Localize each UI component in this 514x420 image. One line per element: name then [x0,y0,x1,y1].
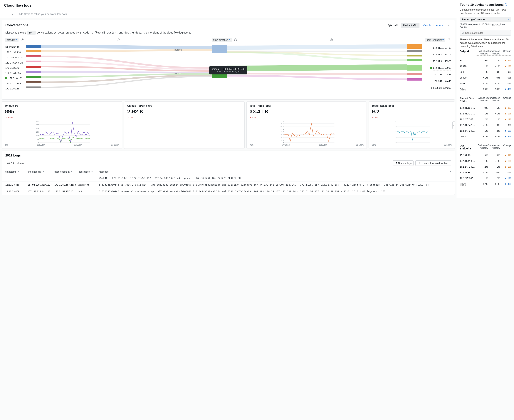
svg-text:80 k: 80 k [280,121,284,122]
stat-total-packets: Total Packet (pps) 9.2 3% 20151050 0am10… [368,101,455,149]
svg-line-68 [463,34,464,34]
svg-rect-21 [407,73,422,75]
attr-row[interactable]: 162.247.243.146:...1%2%▼1% [460,128,511,134]
attr-row[interactable]: 162.247.243.147:...2%1%▲1% [460,164,511,170]
remove-col-msg[interactable]: ✕ [449,170,451,173]
sankey-src-label[interactable]: 172.31.59.157 [5,86,23,91]
remove-col-src[interactable]: ✕ [42,170,44,173]
svg-text:150: 150 [36,131,39,133]
open-in-logs-button[interactable]: Open in logs [393,160,413,166]
comparison-period-select[interactable]: Preceding 60 minutes [460,17,511,22]
expand-handle-icon[interactable]: › [452,121,455,129]
sankey-src-label[interactable]: 172.31.29.42 [5,65,23,71]
conversations-title: Conversations [5,23,29,27]
attr-row[interactable]: 172.31.41.235:40...1%<1%▲1% [460,158,511,164]
logs-table-header: timestamp✕ src_endpoint✕ dest_endpoint✕ … [2,169,455,175]
svg-text:50 k: 50 k [280,128,284,130]
remove-dim-dest[interactable] [447,38,451,42]
sankey-dest-label[interactable]: 172.31.8…56902 [430,65,451,71]
attr-group: Dest EndpointEvaluation windowComparison… [460,144,511,187]
svg-text:100: 100 [36,135,39,137]
svg-rect-19 [407,59,422,61]
filter-icon[interactable] [4,12,8,16]
attr-row[interactable]: 172.31.34.110:36...<1%0%0% [460,170,511,175]
table-row[interactable]: 11:13:23.458107.182.128.14:41161172.31.5… [2,188,455,195]
side-blurb: These attributes look different over the… [460,38,511,48]
table-row[interactable]: 11:13:23.458167.94.138.141:41297172.31.5… [2,181,455,188]
sankey-src-label[interactable]: 162.247.243.147 [5,55,23,60]
view-events-link[interactable]: View list of events [423,24,443,27]
add-dim-left[interactable] [116,38,120,42]
pill-dest-endpoint[interactable]: dest_endpoint [425,38,445,42]
sankey-dest-label[interactable]: 162.247.…7:443 [430,71,451,78]
add-column-button[interactable]: Add column [5,161,26,165]
sankey-diagram[interactable]: 54.185.32.16172.31.34.110162.247.243.147… [2,44,455,99]
attr-row[interactable]: 172.31.34.110:36...<1%0%0% [460,122,511,128]
attribute-search-input[interactable] [465,31,509,34]
attr-row[interactable]: Other87%91%▼4% [460,134,511,140]
sankey-dest-label[interactable]: 172.31.4…40320 [430,58,451,65]
svg-text:0: 0 [283,142,284,143]
add-dim-right[interactable] [329,38,334,42]
toggle-packet[interactable]: Packet traffic [401,23,419,28]
sankey-src-label[interactable]: 172.31.34.110 [5,50,23,55]
stat-row: Unique IPs 895 10% 300250200 150100500 a… [2,101,455,149]
attr-row[interactable]: 36430<1%0%0% [460,75,511,81]
sankey-dest-label[interactable]: 54.185.32.16:4200 [430,85,451,91]
sankey-src-label[interactable]: 172.31.8.181 [5,76,23,81]
deviations-panel: Found 10 deviating attributes Comparing … [457,0,514,198]
more-icon[interactable]: ⋯ [447,23,451,28]
top-n-input[interactable]: 10 [27,30,36,35]
sankey-src-label[interactable]: 162.247.243.146 [5,60,23,65]
svg-rect-20 [407,65,422,71]
help-icon[interactable] [505,3,507,7]
attr-row[interactable]: Other87%91%▼4% [460,181,511,187]
mid-label-egress: egress [174,72,181,75]
traffic-toggle: Byte traffic Packet traffic [385,22,419,28]
attr-row[interactable]: 809%7%▲2% [460,58,511,63]
toggle-byte[interactable]: Byte traffic [385,23,401,28]
sankey-src-label[interactable]: 172.31.10.169 [5,81,23,86]
svg-text:10 k: 10 k [280,139,284,141]
attr-group: Packet Dest End...Evaluation windowCompa… [460,97,511,140]
remove-dim-srcaddr[interactable] [20,38,24,42]
sankey-src-label[interactable]: 172.31.41.235 [5,71,23,76]
attr-row[interactable]: 9001<1%<1%0% [460,81,511,86]
sankey-src-label[interactable]: 54.185.32.16 [5,45,23,50]
svg-text:50: 50 [37,139,39,140]
remove-col-ts[interactable]: ✕ [18,170,20,173]
sankey-dest-label[interactable]: 172.31.5…55498 [430,45,451,51]
pill-flow-direction[interactable]: flow_direction [212,38,232,42]
attr-row[interactable]: 172.31.10.169:809%6%▲3% [460,105,511,111]
svg-rect-16 [407,44,422,49]
sankey-dest-label[interactable]: 172.31.2…46706 [430,51,451,58]
attr-row[interactable]: 162.247.243.147:...2%1%▲1% [460,116,511,122]
attribute-search [460,30,511,36]
explore-deviations-button[interactable]: Explore flow log deviations [415,160,451,166]
svg-rect-11 [26,76,41,78]
filter-input[interactable] [19,13,453,15]
remove-dim-flow[interactable] [233,38,238,42]
pill-srcaddr[interactable]: srcaddr [5,38,19,42]
svg-text:10: 10 [395,131,397,133]
svg-rect-5 [26,45,41,48]
chevron-down-icon[interactable] [10,12,15,16]
svg-text:200: 200 [36,128,39,129]
table-row[interactable]: 25.240 - 172.31.59.157 172.31.59.157 - 2… [2,175,455,181]
svg-rect-9 [26,66,41,68]
svg-text:40 k: 40 k [280,131,284,133]
remove-col-app[interactable]: ✕ [91,170,93,173]
attr-row[interactable]: 172.31.10.169:809%6%▲3% [460,152,511,158]
svg-text:0: 0 [396,142,397,143]
attr-row[interactable]: 162.247.243.146:...1%2%▼1% [460,175,511,181]
sankey-dest-label[interactable]: 162.247.…6:443 [430,78,451,85]
svg-text:30 k: 30 k [280,134,284,135]
attr-row[interactable]: 172.31.41.235:40...1%<1%▲1% [460,111,511,116]
attr-row[interactable]: 403201%<1%▲1% [460,63,511,69]
svg-text:20 k: 20 k [280,136,284,138]
attr-row[interactable]: Other89%93%▼4% [460,86,511,92]
comparison-counts: (5.683k compared to 10.694k log_vpc_flow… [460,23,511,28]
filter-bar [0,10,457,18]
attr-row[interactable]: 9042<1%0%0% [460,69,511,75]
remove-col-dst[interactable]: ✕ [71,170,73,173]
